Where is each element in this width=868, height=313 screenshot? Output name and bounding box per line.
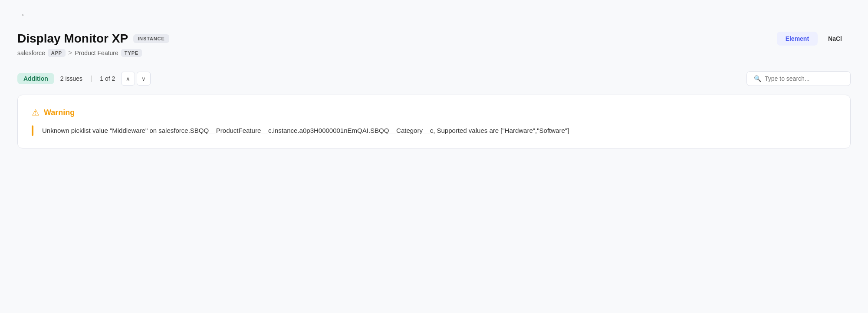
warning-message: Unknown picklist value "Middleware" on s… bbox=[42, 125, 569, 136]
warning-header: ⚠ Warning bbox=[32, 107, 836, 118]
search-input[interactable] bbox=[765, 75, 843, 82]
warning-card: ⚠ Warning Unknown picklist value "Middle… bbox=[17, 95, 851, 148]
page-wrapper: → Display Monitor XP INSTANCE Element Na… bbox=[0, 0, 868, 313]
addition-badge: Addition bbox=[17, 73, 54, 84]
filter-left: Addition 2 issues | 1 of 2 ∧ ∨ bbox=[17, 72, 151, 86]
next-arrow-button[interactable]: ∨ bbox=[137, 72, 151, 86]
title-row: Display Monitor XP INSTANCE Element NaCl bbox=[17, 32, 851, 46]
top-nav: → bbox=[17, 10, 851, 20]
header-divider bbox=[17, 64, 851, 64]
warning-body: Unknown picklist value "Middleware" on s… bbox=[32, 125, 836, 136]
issues-divider: | bbox=[90, 75, 92, 82]
expand-icon[interactable]: → bbox=[17, 10, 25, 20]
breadcrumb-type-name: Product Feature bbox=[75, 49, 118, 56]
prev-arrow-button[interactable]: ∧ bbox=[121, 72, 135, 86]
header-section: Display Monitor XP INSTANCE Element NaCl… bbox=[17, 32, 851, 57]
breadcrumb-separator: > bbox=[68, 49, 72, 57]
element-button[interactable]: Element bbox=[777, 32, 818, 46]
issues-count: 2 issues bbox=[60, 75, 82, 82]
page-title: Display Monitor XP bbox=[17, 32, 128, 46]
search-icon: 🔍 bbox=[754, 75, 761, 82]
orange-bar bbox=[32, 125, 33, 136]
breadcrumb-app-name: salesforce bbox=[17, 49, 45, 56]
warning-icon: ⚠ bbox=[32, 107, 39, 118]
type-badge: TYPE bbox=[121, 49, 142, 57]
breadcrumb: salesforce APP > Product Feature TYPE bbox=[17, 49, 851, 57]
warning-title: Warning bbox=[44, 108, 75, 117]
filter-row: Addition 2 issues | 1 of 2 ∧ ∨ 🔍 bbox=[17, 71, 851, 86]
nacl-button[interactable]: NaCl bbox=[819, 32, 851, 46]
app-badge: APP bbox=[48, 49, 66, 57]
search-box: 🔍 bbox=[746, 71, 851, 86]
issue-position: 1 of 2 bbox=[100, 75, 115, 82]
nav-arrows: ∧ ∨ bbox=[121, 72, 151, 86]
view-toggle: Element NaCl bbox=[777, 32, 851, 46]
instance-badge: INSTANCE bbox=[133, 34, 169, 43]
